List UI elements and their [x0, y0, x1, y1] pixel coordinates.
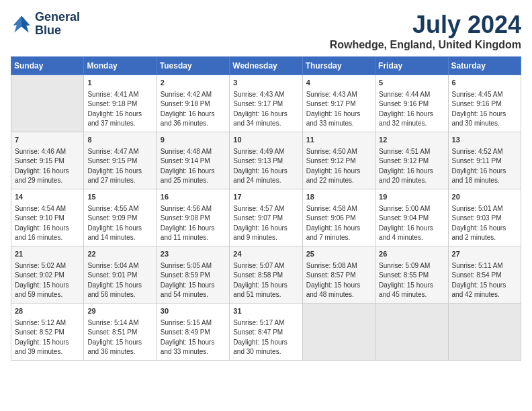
- calendar-week-row: 28Sunrise: 5:12 AMSunset: 8:52 PMDayligh…: [11, 303, 521, 360]
- calendar-week-row: 1Sunrise: 4:41 AMSunset: 9:18 PMDaylight…: [11, 75, 521, 132]
- sunrise-text: Sunrise: 5:00 AM: [379, 204, 444, 214]
- col-header-friday: Friday: [375, 57, 448, 75]
- calendar-cell: 21Sunrise: 5:02 AMSunset: 9:02 PMDayligh…: [11, 246, 84, 303]
- sunrise-text: Sunrise: 5:07 AM: [233, 261, 298, 271]
- daylight-text: Daylight: 16 hours and 34 minutes.: [233, 109, 298, 129]
- sunset-text: Sunset: 9:03 PM: [452, 214, 517, 224]
- daylight-text: Daylight: 16 hours and 2 minutes.: [452, 224, 517, 243]
- calendar-cell: 11Sunrise: 4:50 AMSunset: 9:12 PMDayligh…: [302, 132, 375, 189]
- calendar-cell: 13Sunrise: 4:52 AMSunset: 9:11 PMDayligh…: [448, 132, 521, 189]
- daylight-text: Daylight: 16 hours and 11 minutes.: [161, 224, 226, 243]
- sunrise-text: Sunrise: 5:05 AM: [161, 261, 226, 271]
- location-title: Rowhedge, England, United Kingdom: [330, 39, 521, 51]
- day-number: 31: [233, 306, 298, 317]
- calendar-cell: 18Sunrise: 4:58 AMSunset: 9:06 PMDayligh…: [302, 189, 375, 246]
- sunrise-text: Sunrise: 4:57 AM: [233, 204, 298, 214]
- sunset-text: Sunset: 8:47 PM: [233, 328, 298, 338]
- sunset-text: Sunset: 8:51 PM: [87, 328, 152, 338]
- col-header-monday: Monday: [84, 57, 157, 75]
- sunset-text: Sunset: 8:58 PM: [233, 271, 298, 281]
- calendar-cell: 5Sunrise: 4:44 AMSunset: 9:16 PMDaylight…: [375, 75, 448, 132]
- sunrise-text: Sunrise: 4:58 AM: [306, 204, 371, 214]
- calendar-cell: 6Sunrise: 4:45 AMSunset: 9:16 PMDaylight…: [448, 75, 521, 132]
- sunset-text: Sunset: 9:02 PM: [15, 271, 80, 281]
- sunrise-text: Sunrise: 5:01 AM: [452, 204, 517, 214]
- daylight-text: Daylight: 16 hours and 16 minutes.: [15, 224, 80, 243]
- sunrise-text: Sunrise: 5:17 AM: [233, 318, 298, 328]
- calendar-cell: 26Sunrise: 5:09 AMSunset: 8:55 PMDayligh…: [375, 246, 448, 303]
- daylight-text: Daylight: 15 hours and 42 minutes.: [452, 281, 517, 300]
- daylight-text: Daylight: 16 hours and 7 minutes.: [306, 224, 371, 243]
- sunset-text: Sunset: 9:07 PM: [233, 214, 298, 224]
- sunrise-text: Sunrise: 4:48 AM: [161, 147, 226, 157]
- sunset-text: Sunset: 8:55 PM: [379, 271, 444, 281]
- daylight-text: Daylight: 16 hours and 32 minutes.: [379, 109, 444, 129]
- calendar-cell: 9Sunrise: 4:48 AMSunset: 9:14 PMDaylight…: [157, 132, 229, 189]
- calendar-cell: 24Sunrise: 5:07 AMSunset: 8:58 PMDayligh…: [230, 246, 302, 303]
- daylight-text: Daylight: 16 hours and 33 minutes.: [306, 109, 371, 129]
- daylight-text: Daylight: 16 hours and 22 minutes.: [306, 167, 371, 186]
- col-header-tuesday: Tuesday: [157, 57, 229, 75]
- calendar-table: SundayMondayTuesdayWednesdayThursdayFrid…: [11, 56, 521, 361]
- sunrise-text: Sunrise: 5:08 AM: [306, 261, 371, 271]
- daylight-text: Daylight: 16 hours and 36 minutes.: [161, 109, 226, 129]
- logo-text: General Blue: [35, 11, 80, 38]
- calendar-cell: 4Sunrise: 4:43 AMSunset: 9:17 PMDaylight…: [302, 75, 375, 132]
- sunset-text: Sunset: 9:12 PM: [379, 156, 444, 167]
- calendar-cell: 31Sunrise: 5:17 AMSunset: 8:47 PMDayligh…: [230, 303, 302, 360]
- sunset-text: Sunset: 9:11 PM: [452, 156, 517, 167]
- daylight-text: Daylight: 15 hours and 33 minutes.: [161, 338, 226, 357]
- sunset-text: Sunset: 9:08 PM: [161, 214, 226, 224]
- sunset-text: Sunset: 8:52 PM: [15, 328, 80, 338]
- sunrise-text: Sunrise: 4:55 AM: [87, 204, 152, 214]
- calendar-cell: 16Sunrise: 4:56 AMSunset: 9:08 PMDayligh…: [157, 189, 229, 246]
- sunrise-text: Sunrise: 5:04 AM: [87, 261, 152, 271]
- day-number: 22: [87, 249, 152, 260]
- day-number: 16: [161, 192, 226, 203]
- daylight-text: Daylight: 16 hours and 29 minutes.: [15, 167, 80, 186]
- logo-icon: [11, 13, 32, 35]
- day-number: 5: [379, 78, 444, 89]
- calendar-cell: 10Sunrise: 4:49 AMSunset: 9:13 PMDayligh…: [230, 132, 302, 189]
- day-number: 12: [379, 135, 444, 146]
- sunrise-text: Sunrise: 5:12 AM: [15, 318, 80, 328]
- day-number: 15: [87, 192, 152, 203]
- calendar-cell: 17Sunrise: 4:57 AMSunset: 9:07 PMDayligh…: [230, 189, 302, 246]
- calendar-cell: 23Sunrise: 5:05 AMSunset: 8:59 PMDayligh…: [157, 246, 229, 303]
- daylight-text: Daylight: 15 hours and 59 minutes.: [15, 281, 80, 300]
- month-title: July 2024: [330, 11, 521, 39]
- sunset-text: Sunset: 9:10 PM: [15, 214, 80, 224]
- col-header-thursday: Thursday: [302, 57, 375, 75]
- day-number: 2: [161, 78, 226, 89]
- sunset-text: Sunset: 9:15 PM: [87, 156, 152, 167]
- col-header-sunday: Sunday: [11, 57, 84, 75]
- sunrise-text: Sunrise: 4:47 AM: [87, 147, 152, 157]
- day-number: 9: [161, 135, 226, 146]
- day-number: 29: [87, 306, 152, 317]
- sunset-text: Sunset: 9:09 PM: [87, 214, 152, 224]
- sunrise-text: Sunrise: 4:51 AM: [379, 147, 444, 157]
- sunrise-text: Sunrise: 4:54 AM: [15, 204, 80, 214]
- day-number: 3: [233, 78, 298, 89]
- day-number: 20: [452, 192, 517, 203]
- day-number: 28: [15, 306, 80, 317]
- sunrise-text: Sunrise: 4:50 AM: [306, 147, 371, 157]
- calendar-cell: 14Sunrise: 4:54 AMSunset: 9:10 PMDayligh…: [11, 189, 84, 246]
- sunrise-text: Sunrise: 4:56 AM: [161, 204, 226, 214]
- daylight-text: Daylight: 16 hours and 18 minutes.: [452, 167, 517, 186]
- sunset-text: Sunset: 9:18 PM: [87, 99, 152, 109]
- day-number: 27: [452, 249, 517, 260]
- day-number: 30: [161, 306, 226, 317]
- day-number: 14: [15, 192, 80, 203]
- sunset-text: Sunset: 8:54 PM: [452, 271, 517, 281]
- col-header-wednesday: Wednesday: [230, 57, 302, 75]
- daylight-text: Daylight: 16 hours and 20 minutes.: [379, 167, 444, 186]
- calendar-cell: [11, 75, 84, 132]
- sunset-text: Sunset: 9:01 PM: [87, 271, 152, 281]
- calendar-cell: 7Sunrise: 4:46 AMSunset: 9:15 PMDaylight…: [11, 132, 84, 189]
- sunset-text: Sunset: 8:49 PM: [161, 328, 226, 338]
- daylight-text: Daylight: 15 hours and 51 minutes.: [233, 281, 298, 300]
- calendar-cell: 27Sunrise: 5:11 AMSunset: 8:54 PMDayligh…: [448, 246, 521, 303]
- sunset-text: Sunset: 9:16 PM: [379, 99, 444, 109]
- sunrise-text: Sunrise: 4:52 AM: [452, 147, 517, 157]
